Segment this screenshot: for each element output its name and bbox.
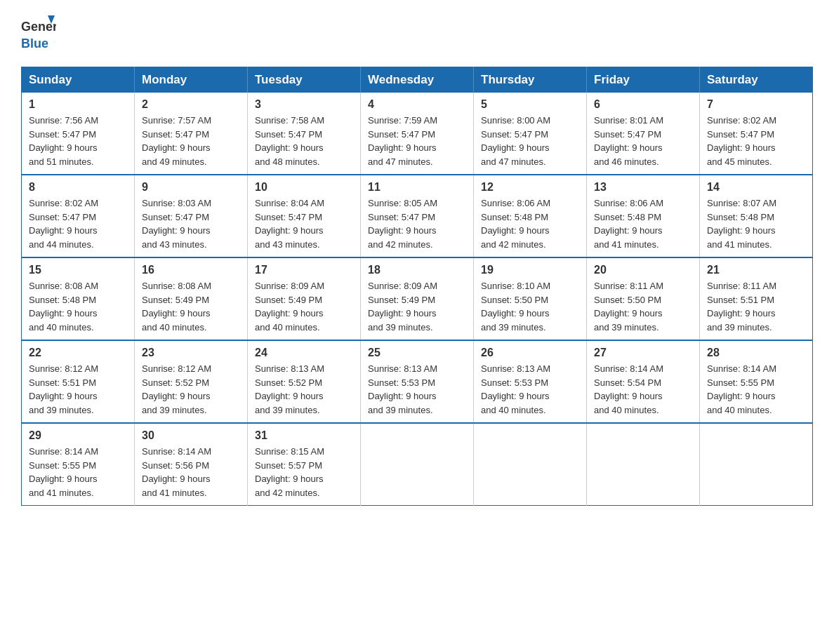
day-number: 12 [481,181,579,194]
calendar-cell: 27 Sunrise: 8:14 AMSunset: 5:54 PMDaylig… [587,340,700,423]
day-info: Sunrise: 8:00 AMSunset: 5:47 PMDaylight:… [481,114,579,168]
calendar-cell: 19 Sunrise: 8:10 AMSunset: 5:50 PMDaylig… [474,257,587,340]
calendar-cell: 17 Sunrise: 8:09 AMSunset: 5:49 PMDaylig… [248,257,361,340]
calendar-cell: 23 Sunrise: 8:12 AMSunset: 5:52 PMDaylig… [135,340,248,423]
day-number: 29 [29,429,127,442]
day-info: Sunrise: 8:05 AMSunset: 5:47 PMDaylight:… [368,196,466,251]
day-info: Sunrise: 8:14 AMSunset: 5:56 PMDaylight:… [142,445,240,499]
day-info: Sunrise: 8:12 AMSunset: 5:51 PMDaylight:… [29,362,127,417]
day-number: 3 [255,98,353,111]
day-info: Sunrise: 8:14 AMSunset: 5:54 PMDaylight:… [594,362,692,417]
calendar-cell: 26 Sunrise: 8:13 AMSunset: 5:53 PMDaylig… [474,340,587,423]
day-info: Sunrise: 7:59 AMSunset: 5:47 PMDaylight:… [368,114,466,168]
day-number: 11 [368,181,466,194]
day-number: 21 [707,264,805,276]
calendar-cell: 3 Sunrise: 7:58 AMSunset: 5:47 PMDayligh… [248,93,361,175]
calendar-cell: 12 Sunrise: 8:06 AMSunset: 5:48 PMDaylig… [474,175,587,257]
calendar-cell [587,423,700,506]
day-number: 15 [29,264,127,276]
day-number: 19 [481,264,579,276]
day-number: 31 [255,429,353,442]
day-info: Sunrise: 8:03 AMSunset: 5:47 PMDaylight:… [142,196,240,251]
day-info: Sunrise: 8:02 AMSunset: 5:47 PMDaylight:… [707,114,805,168]
day-number: 17 [255,264,353,276]
col-header-wednesday: Wednesday [361,67,474,93]
day-info: Sunrise: 8:01 AMSunset: 5:47 PMDaylight:… [594,114,692,168]
calendar-cell [474,423,587,506]
calendar-table: SundayMondayTuesdayWednesdayThursdayFrid… [21,67,813,506]
day-number: 1 [29,98,127,111]
calendar-cell: 4 Sunrise: 7:59 AMSunset: 5:47 PMDayligh… [361,93,474,175]
calendar-cell: 30 Sunrise: 8:14 AMSunset: 5:56 PMDaylig… [135,423,248,506]
page-header: General Blue [21,14,813,55]
calendar-cell: 29 Sunrise: 8:14 AMSunset: 5:55 PMDaylig… [22,423,135,506]
day-number: 5 [481,98,579,111]
calendar-cell: 9 Sunrise: 8:03 AMSunset: 5:47 PMDayligh… [135,175,248,257]
calendar-cell: 16 Sunrise: 8:08 AMSunset: 5:49 PMDaylig… [135,257,248,340]
day-number: 26 [481,347,579,359]
day-info: Sunrise: 8:11 AMSunset: 5:50 PMDaylight:… [594,279,692,334]
day-info: Sunrise: 8:07 AMSunset: 5:48 PMDaylight:… [707,196,805,251]
calendar-cell: 15 Sunrise: 8:08 AMSunset: 5:48 PMDaylig… [22,257,135,340]
day-number: 9 [142,181,240,194]
day-info: Sunrise: 8:13 AMSunset: 5:53 PMDaylight:… [481,362,579,417]
day-info: Sunrise: 8:08 AMSunset: 5:49 PMDaylight:… [142,279,240,334]
day-number: 20 [594,264,692,276]
day-info: Sunrise: 7:56 AMSunset: 5:47 PMDaylight:… [29,114,127,168]
day-info: Sunrise: 8:02 AMSunset: 5:47 PMDaylight:… [29,196,127,251]
day-number: 8 [29,181,127,194]
calendar-cell: 10 Sunrise: 8:04 AMSunset: 5:47 PMDaylig… [248,175,361,257]
calendar-cell: 31 Sunrise: 8:15 AMSunset: 5:57 PMDaylig… [248,423,361,506]
day-info: Sunrise: 8:14 AMSunset: 5:55 PMDaylight:… [29,445,127,499]
day-number: 2 [142,98,240,111]
svg-text:Blue: Blue [21,36,48,51]
day-number: 24 [255,347,353,359]
day-info: Sunrise: 8:11 AMSunset: 5:51 PMDaylight:… [707,279,805,334]
calendar-cell: 21 Sunrise: 8:11 AMSunset: 5:51 PMDaylig… [700,257,813,340]
col-header-thursday: Thursday [474,67,587,93]
logo-graphic: General Blue [21,14,56,55]
calendar-cell: 13 Sunrise: 8:06 AMSunset: 5:48 PMDaylig… [587,175,700,257]
calendar-cell: 5 Sunrise: 8:00 AMSunset: 5:47 PMDayligh… [474,93,587,175]
day-info: Sunrise: 7:57 AMSunset: 5:47 PMDaylight:… [142,114,240,168]
calendar-week-row: 1 Sunrise: 7:56 AMSunset: 5:47 PMDayligh… [22,93,813,175]
calendar-week-row: 29 Sunrise: 8:14 AMSunset: 5:55 PMDaylig… [22,423,813,506]
calendar-cell: 20 Sunrise: 8:11 AMSunset: 5:50 PMDaylig… [587,257,700,340]
day-info: Sunrise: 8:06 AMSunset: 5:48 PMDaylight:… [481,196,579,251]
logo-svg: General Blue [21,14,56,53]
calendar-cell: 8 Sunrise: 8:02 AMSunset: 5:47 PMDayligh… [22,175,135,257]
calendar-cell: 1 Sunrise: 7:56 AMSunset: 5:47 PMDayligh… [22,93,135,175]
calendar-cell: 7 Sunrise: 8:02 AMSunset: 5:47 PMDayligh… [700,93,813,175]
calendar-cell: 28 Sunrise: 8:14 AMSunset: 5:55 PMDaylig… [700,340,813,423]
day-number: 30 [142,429,240,442]
day-number: 23 [142,347,240,359]
day-number: 7 [707,98,805,111]
day-info: Sunrise: 8:12 AMSunset: 5:52 PMDaylight:… [142,362,240,417]
day-number: 27 [594,347,692,359]
calendar-cell: 2 Sunrise: 7:57 AMSunset: 5:47 PMDayligh… [135,93,248,175]
day-info: Sunrise: 8:14 AMSunset: 5:55 PMDaylight:… [707,362,805,417]
logo-container: General Blue [21,14,60,55]
day-number: 16 [142,264,240,276]
day-info: Sunrise: 7:58 AMSunset: 5:47 PMDaylight:… [255,114,353,168]
calendar-cell: 6 Sunrise: 8:01 AMSunset: 5:47 PMDayligh… [587,93,700,175]
col-header-saturday: Saturday [700,67,813,93]
calendar-header-row: SundayMondayTuesdayWednesdayThursdayFrid… [22,67,813,93]
day-info: Sunrise: 8:13 AMSunset: 5:52 PMDaylight:… [255,362,353,417]
day-number: 4 [368,98,466,111]
calendar-cell: 22 Sunrise: 8:12 AMSunset: 5:51 PMDaylig… [22,340,135,423]
calendar-cell: 18 Sunrise: 8:09 AMSunset: 5:49 PMDaylig… [361,257,474,340]
day-number: 22 [29,347,127,359]
calendar-week-row: 22 Sunrise: 8:12 AMSunset: 5:51 PMDaylig… [22,340,813,423]
calendar-cell [361,423,474,506]
logo: General Blue [21,14,60,55]
day-info: Sunrise: 8:15 AMSunset: 5:57 PMDaylight:… [255,445,353,499]
day-info: Sunrise: 8:08 AMSunset: 5:48 PMDaylight:… [29,279,127,334]
day-info: Sunrise: 8:09 AMSunset: 5:49 PMDaylight:… [255,279,353,334]
calendar-week-row: 8 Sunrise: 8:02 AMSunset: 5:47 PMDayligh… [22,175,813,257]
calendar-cell: 24 Sunrise: 8:13 AMSunset: 5:52 PMDaylig… [248,340,361,423]
day-number: 10 [255,181,353,194]
col-header-monday: Monday [135,67,248,93]
calendar-cell: 25 Sunrise: 8:13 AMSunset: 5:53 PMDaylig… [361,340,474,423]
day-number: 25 [368,347,466,359]
